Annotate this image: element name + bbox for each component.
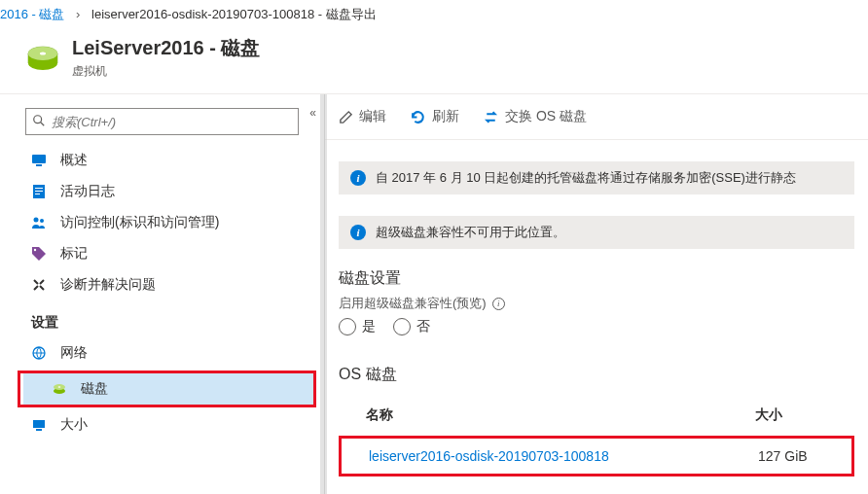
sidebar-item-label: 访问控制(标识和访问管理) [60,214,219,231]
svg-rect-11 [35,188,43,189]
info-bar-sse: i 自 2017 年 6 月 10 日起创建的托管磁盘将通过存储服务加密(SSE… [339,161,854,194]
sidebar-item-overview[interactable]: 概述 [0,145,324,176]
people-icon [31,215,47,230]
swap-button[interactable]: 交换 OS 磁盘 [483,108,587,125]
svg-rect-21 [33,420,45,428]
breadcrumb: 2016 - 磁盘 › leiserver2016-osdisk-2019070… [0,0,868,29]
ultra-radio-group: 是 否 [325,312,868,345]
search-box[interactable] [25,108,299,135]
main-pane: 编辑 刷新 交换 OS 磁盘 i 自 2017 年 6 月 10 日起创建的托管… [325,94,868,494]
breadcrumb-current: leiserver2016-osdisk-20190703-100818 - 磁… [91,7,377,21]
network-icon [31,345,47,361]
section-os-disk: OS 磁盘 [325,345,868,391]
svg-rect-22 [36,429,42,431]
sidebar-item-label: 诊断并解决问题 [60,276,156,294]
col-name: 名称 [366,406,755,424]
monitor-icon [31,153,47,168]
disk-name-link[interactable]: leiserver2016-osdisk-20190703-100818 [369,448,758,464]
svg-rect-9 [36,164,42,166]
refresh-button[interactable]: 刷新 [410,108,459,125]
info-bar-ultra: i 超级磁盘兼容性不可用于此位置。 [339,216,854,249]
chevron-right-icon: › [68,7,88,21]
search-input[interactable] [52,115,298,129]
sidebar-item-activity[interactable]: 活动日志 [0,176,324,207]
highlight-box: leiserver2016-osdisk-20190703-100818 127… [339,436,854,476]
svg-point-15 [40,219,44,223]
col-size: 大小 [755,406,782,424]
sidebar-item-label: 磁盘 [81,380,108,398]
svg-point-16 [34,249,36,251]
search-icon [26,114,52,130]
radio-no[interactable]: 否 [393,318,430,335]
svg-point-6 [34,115,42,123]
svg-point-20 [58,386,61,387]
svg-rect-8 [32,155,46,163]
svg-point-14 [34,218,39,223]
page-header: LeiServer2016 - 磁盘 虚拟机 [0,29,868,93]
tools-icon [31,277,47,293]
log-icon [31,184,47,199]
page-subtitle: 虚拟机 [72,63,260,80]
collapse-icon[interactable]: « [309,106,316,120]
sidebar-item-label: 概述 [60,152,88,169]
sidebar-item-iam[interactable]: 访问控制(标识和访问管理) [0,207,324,238]
toolbar: 编辑 刷新 交换 OS 磁盘 [325,94,868,140]
sidebar-item-size[interactable]: 大小 [0,409,324,441]
disk-size: 127 GiB [758,448,808,464]
radio-yes[interactable]: 是 [339,318,376,335]
sidebar-item-disks[interactable]: 磁盘 [20,373,313,405]
svg-rect-13 [35,194,40,194]
highlight-box: 磁盘 [18,370,316,407]
sidebar-group-settings: 设置 [0,300,324,337]
scrollbar-shadow [320,94,327,494]
breadcrumb-link[interactable]: 2016 - 磁盘 [0,7,64,21]
svg-rect-12 [35,191,43,192]
sidebar-item-diagnose[interactable]: 诊断并解决问题 [0,269,324,300]
svg-point-5 [40,53,46,55]
sidebar-item-tags[interactable]: 标记 [0,238,324,269]
sidebar-item-label: 大小 [60,416,88,434]
disks-icon [52,381,67,397]
size-icon [31,417,47,433]
svg-line-7 [41,122,45,125]
info-icon: i [350,225,366,240]
pencil-icon [339,110,353,124]
ultra-disk-label: 启用超级磁盘兼容性(预览) i [325,295,868,312]
swap-icon [483,109,499,125]
section-disk-settings: 磁盘设置 [325,249,868,295]
refresh-icon [410,109,426,125]
info-help-icon[interactable]: i [492,298,505,310]
table-row: leiserver2016-osdisk-20190703-100818 127… [344,441,850,472]
info-icon: i [350,170,366,186]
sidebar-item-label: 标记 [60,245,88,263]
tag-icon [31,246,47,262]
table-header: 名称 大小 [339,397,854,434]
disk-icon [25,40,60,75]
sidebar-item-label: 活动日志 [60,183,115,200]
sidebar-item-network[interactable]: 网络 [0,337,324,369]
sidebar-item-label: 网络 [60,344,88,362]
edit-button[interactable]: 编辑 [339,108,386,125]
page-title: LeiServer2016 - 磁盘 [72,35,260,61]
sidebar: « 概述 活动日志 访问控制(标识和访问管理) 标记 诊断并解决问题 设置 [0,94,325,494]
